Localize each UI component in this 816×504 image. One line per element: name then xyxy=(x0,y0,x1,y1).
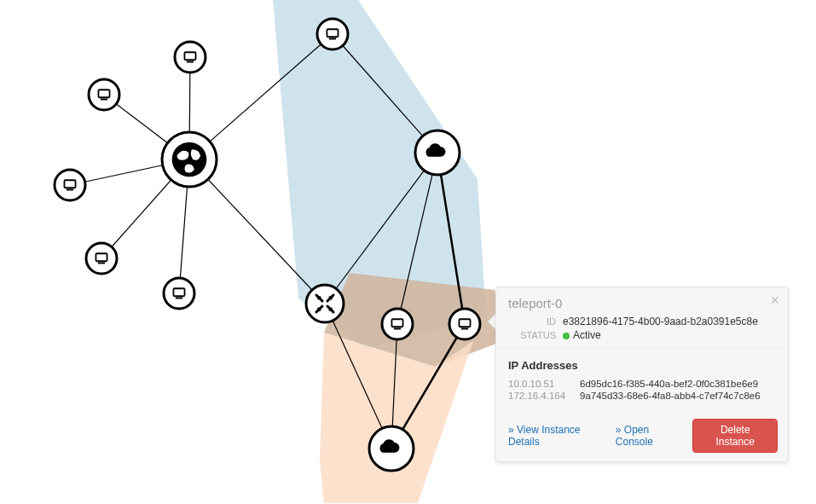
ip-port-id: 6d95dc16-f385-440a-bef2-0f0c381be6e9 xyxy=(580,379,758,389)
node-desktop[interactable] xyxy=(89,79,119,110)
node-globe[interactable] xyxy=(162,132,217,187)
svg-rect-28 xyxy=(394,328,401,330)
node-cloud[interactable] xyxy=(369,426,414,471)
svg-point-2 xyxy=(175,42,205,72)
id-label: ID xyxy=(508,316,556,327)
node-desktop-selected[interactable] xyxy=(449,309,480,339)
svg-rect-4 xyxy=(187,61,194,63)
svg-point-5 xyxy=(89,79,119,110)
svg-rect-7 xyxy=(101,99,107,101)
svg-rect-13 xyxy=(98,263,105,264)
svg-point-14 xyxy=(164,278,194,309)
svg-point-26 xyxy=(382,309,413,339)
svg-point-29 xyxy=(449,309,480,339)
svg-rect-19 xyxy=(329,38,336,40)
node-desktop[interactable] xyxy=(382,309,413,339)
instance-details-panel: × teleport-0 ID e3821896-4175-4b00-9aad-… xyxy=(495,287,789,462)
close-icon[interactable]: × xyxy=(770,293,779,308)
svg-point-21 xyxy=(306,285,344,322)
region-peach xyxy=(320,333,473,503)
svg-point-8 xyxy=(55,170,85,200)
ip-address: 172.16.4.164 xyxy=(508,391,580,401)
svg-rect-10 xyxy=(67,189,73,191)
node-desktop[interactable] xyxy=(175,42,205,72)
status-active-icon xyxy=(563,333,570,339)
svg-rect-31 xyxy=(461,328,468,330)
status-label: STATUS xyxy=(508,330,556,340)
svg-rect-16 xyxy=(176,298,182,299)
ip-port-id: 9a745d33-68e6-4fa8-abb4-c7ef74c7c8e6 xyxy=(580,391,761,401)
node-cloud[interactable] xyxy=(415,130,460,175)
status-value: Active xyxy=(563,329,601,341)
delete-instance-button[interactable]: Delete Instance xyxy=(692,419,778,453)
globe-icon xyxy=(172,142,207,177)
node-desktop[interactable] xyxy=(86,243,117,274)
ip-addresses-heading: IP Addresses xyxy=(508,359,776,372)
node-desktop[interactable] xyxy=(317,19,348,49)
ip-row: 10.0.10.516d95dc16-f385-440a-bef2-0f0c38… xyxy=(508,379,776,389)
svg-point-11 xyxy=(86,243,117,274)
node-desktop[interactable] xyxy=(55,170,85,200)
ip-address: 10.0.10.51 xyxy=(508,379,580,389)
view-instance-details-link[interactable]: View Instance Details xyxy=(508,424,607,448)
ip-row: 172.16.4.1649a745d33-68e6-4fa8-abb4-c7ef… xyxy=(508,391,776,401)
instance-name: teleport-0 xyxy=(508,296,776,310)
node-desktop[interactable] xyxy=(164,278,194,309)
open-console-link[interactable]: Open Console xyxy=(616,424,685,448)
node-expand[interactable] xyxy=(306,285,344,322)
id-value: e3821896-4175-4b00-9aad-b2a0391e5c8e xyxy=(563,316,758,327)
svg-point-17 xyxy=(317,19,348,49)
